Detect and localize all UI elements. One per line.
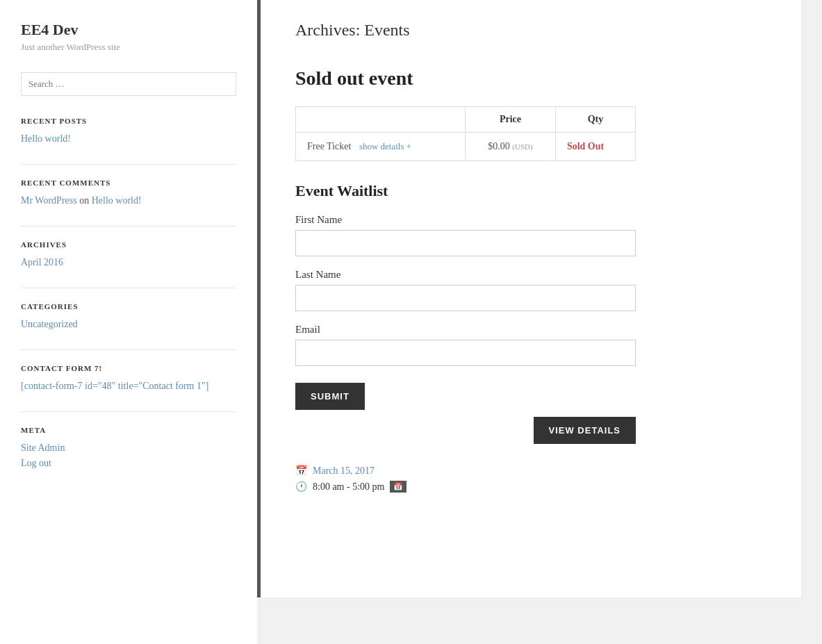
sold-out-label: Sold Out bbox=[567, 141, 604, 151]
categories-label: CATEGORIES bbox=[21, 302, 236, 311]
ticket-row: Free Ticket show details + $0.00 (USD) S… bbox=[296, 133, 636, 161]
clock-icon: 🕐 bbox=[295, 481, 307, 493]
submit-button[interactable]: SUBMIT bbox=[295, 383, 365, 410]
ticket-name: Free Ticket bbox=[307, 141, 351, 151]
waitlist-title: Event Waitlist bbox=[295, 182, 766, 200]
contact-form-label: CONTACT FORM 7! bbox=[21, 364, 236, 372]
event-meta: 📅 March 15, 2017 🕐 8:00 am - 5:00 pm 📅 bbox=[295, 465, 766, 493]
show-details-link[interactable]: show details + bbox=[359, 141, 411, 151]
site-title: EE4 Dev bbox=[21, 21, 236, 39]
meta-section: META Site Admin Log out bbox=[21, 426, 236, 469]
contact-form-section: CONTACT FORM 7! [contact-form-7 id="48" … bbox=[21, 364, 236, 392]
last-name-input[interactable] bbox=[295, 285, 636, 311]
add-to-calendar-button[interactable]: 📅 bbox=[390, 481, 406, 493]
ticket-table-header-row: Price Qty bbox=[296, 107, 636, 133]
meta-site-admin[interactable]: Site Admin bbox=[21, 443, 236, 454]
recent-comments-section: RECENT COMMENTS Mr WordPress on Hello wo… bbox=[21, 179, 236, 206]
categories-section: CATEGORIES Uncategorized bbox=[21, 302, 236, 330]
comment-post-link[interactable]: Hello world! bbox=[92, 195, 142, 206]
divider-5 bbox=[21, 411, 236, 412]
recent-post-hello-world[interactable]: Hello world! bbox=[21, 133, 236, 145]
email-input[interactable] bbox=[295, 340, 636, 366]
archive-april-2016[interactable]: April 2016 bbox=[21, 257, 236, 268]
last-name-group: Last Name bbox=[295, 269, 766, 311]
meta-log-out[interactable]: Log out bbox=[21, 458, 236, 469]
divider-2 bbox=[21, 226, 236, 226]
meta-label: META bbox=[21, 426, 236, 434]
comment-author-link[interactable]: Mr WordPress bbox=[21, 195, 77, 206]
ticket-currency: (USD) bbox=[512, 142, 532, 151]
event-date-link[interactable]: March 15, 2017 bbox=[313, 465, 375, 477]
comment-on-text: on bbox=[79, 195, 89, 206]
last-name-label: Last Name bbox=[295, 269, 766, 281]
first-name-input[interactable] bbox=[295, 230, 636, 256]
category-uncategorized[interactable]: Uncategorized bbox=[21, 319, 236, 330]
contact-form-shortcode: [contact-form-7 id="48" title="Contact f… bbox=[21, 381, 236, 392]
recent-comments-label: RECENT COMMENTS bbox=[21, 179, 236, 187]
ticket-name-cell: Free Ticket show details + bbox=[296, 133, 466, 161]
calendar-icon: 📅 bbox=[295, 465, 307, 477]
first-name-label: First Name bbox=[295, 214, 766, 226]
search-input[interactable] bbox=[21, 72, 236, 96]
ticket-col-qty: Qty bbox=[555, 107, 635, 133]
ticket-col-price: Price bbox=[466, 107, 556, 133]
email-group: Email bbox=[295, 324, 766, 366]
site-tagline: Just another WordPress site bbox=[21, 42, 236, 53]
sidebar: EE4 Dev Just another WordPress site RECE… bbox=[0, 0, 257, 644]
event-time: 8:00 am - 5:00 pm bbox=[313, 481, 384, 493]
divider-4 bbox=[21, 349, 236, 350]
ticket-table: Price Qty Free Ticket show details + $0.… bbox=[295, 106, 636, 161]
recent-posts-section: RECENT POSTS Hello world! bbox=[21, 117, 236, 145]
recent-comment-item: Mr WordPress on Hello world! bbox=[21, 195, 236, 206]
first-name-group: First Name bbox=[295, 214, 766, 256]
event-date-row: 📅 March 15, 2017 bbox=[295, 465, 766, 477]
main-content: Archives: Events Sold out event Price Qt… bbox=[257, 0, 822, 644]
divider-3 bbox=[21, 288, 236, 288]
ticket-col-name bbox=[296, 107, 466, 133]
event-title: Sold out event bbox=[295, 67, 766, 90]
archive-title: Archives: Events bbox=[295, 21, 766, 40]
archives-section: ARCHIVES April 2016 bbox=[21, 240, 236, 268]
content-inner: Archives: Events Sold out event Price Qt… bbox=[257, 0, 801, 597]
ticket-qty-cell: Sold Out bbox=[555, 133, 635, 161]
event-time-row: 🕐 8:00 am - 5:00 pm 📅 bbox=[295, 481, 766, 493]
email-label: Email bbox=[295, 324, 766, 336]
recent-posts-label: RECENT POSTS bbox=[21, 117, 236, 125]
ticket-price: $0.00 bbox=[488, 141, 510, 151]
view-details-button[interactable]: VIEW DETAILS bbox=[534, 417, 636, 444]
divider-1 bbox=[21, 164, 236, 165]
ticket-price-cell: $0.00 (USD) bbox=[466, 133, 556, 161]
view-details-wrapper: VIEW DETAILS bbox=[295, 417, 636, 444]
archives-label: ARCHIVES bbox=[21, 240, 236, 249]
